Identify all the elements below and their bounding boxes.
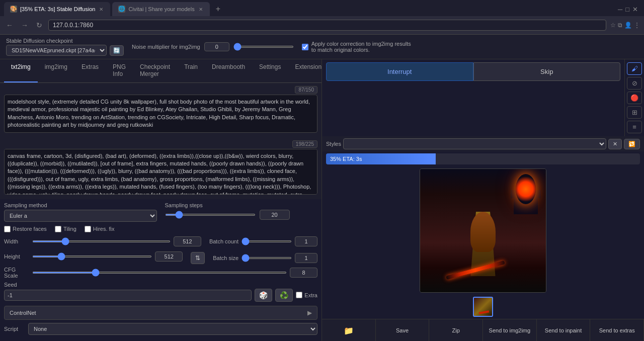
grid-mode-button[interactable]: ⊞ bbox=[627, 106, 642, 119]
tab-label-civitai: Civitai | Share your models bbox=[128, 6, 194, 12]
sampling-method-select[interactable]: Euler a bbox=[4, 210, 157, 222]
seed-random-button[interactable]: 🎲 bbox=[255, 289, 272, 302]
seed-input[interactable] bbox=[4, 290, 252, 301]
minimize-button[interactable]: ─ bbox=[618, 6, 622, 13]
sampling-row: Sampling method Euler a Sampling steps bbox=[4, 202, 317, 222]
bottom-bar: 📁 Save Zip Send to img2img Send to inpai… bbox=[322, 319, 644, 341]
sampling-steps-input[interactable] bbox=[260, 210, 290, 220]
tab-dreambooth[interactable]: Dreambooth bbox=[205, 59, 252, 82]
noise-input[interactable] bbox=[204, 42, 229, 51]
tab-extensions[interactable]: Extensions bbox=[288, 59, 322, 82]
sampling-method-group: Sampling method Euler a bbox=[4, 202, 157, 222]
castle-silhouette bbox=[511, 174, 541, 214]
script-select[interactable]: None bbox=[28, 323, 317, 335]
checkpoint-select[interactable]: SD15NewVAEpruned.ckpt [27a4ac756c] bbox=[6, 45, 107, 56]
open-folder-button[interactable]: 📁 bbox=[322, 319, 376, 341]
height-label: Height bbox=[4, 253, 29, 260]
interrupt-button[interactable]: Interrupt bbox=[326, 62, 473, 81]
save-label: Save bbox=[396, 327, 409, 333]
cfg-slider[interactable] bbox=[32, 272, 287, 274]
tab-civitai[interactable]: 🌐 Civitai | Share your models ✕ bbox=[112, 2, 209, 16]
sampling-steps-slider-row bbox=[165, 210, 318, 220]
close-button[interactable]: ✕ bbox=[632, 6, 638, 13]
batch-size-slider[interactable] bbox=[242, 257, 292, 259]
new-tab-button[interactable]: + bbox=[212, 4, 224, 15]
send-to-extras-button[interactable]: Send to extras bbox=[590, 319, 644, 341]
zip-button[interactable]: Zip bbox=[429, 319, 483, 341]
profile-icon[interactable]: 👤 bbox=[624, 22, 632, 29]
menu-icon[interactable]: ⋮ bbox=[634, 22, 640, 29]
progress-text: 35% ETA: 3s bbox=[330, 156, 362, 162]
layers-button[interactable]: ≡ bbox=[627, 121, 642, 133]
color-correction-label: Apply color correction to img2img result… bbox=[311, 41, 412, 53]
width-input[interactable] bbox=[174, 236, 201, 246]
tab-checkpoint-merger[interactable]: Checkpoint Merger bbox=[133, 59, 177, 82]
eraser-mode-button[interactable]: ⊘ bbox=[627, 77, 642, 90]
width-slider[interactable] bbox=[32, 240, 171, 242]
tab-close-sd[interactable]: ✕ bbox=[98, 7, 104, 12]
left-panel: txt2img img2img Extras PNG Info Checkpoi… bbox=[0, 59, 322, 341]
positive-prompt-textarea[interactable]: modelshoot style, (extremely detailed CG… bbox=[4, 95, 317, 133]
maximize-button[interactable]: □ bbox=[625, 6, 629, 13]
refresh-checkpoint-button[interactable]: 🔄 bbox=[110, 45, 124, 56]
sampling-steps-slider[interactable] bbox=[165, 214, 256, 216]
seed-recycle-button[interactable]: ♻️ bbox=[275, 289, 293, 302]
tab-png-info[interactable]: PNG Info bbox=[106, 59, 133, 82]
tab-favicon-sd: 🎨 bbox=[10, 6, 17, 13]
send-to-img2img-button[interactable]: Send to img2img bbox=[483, 319, 537, 341]
extensions-icon[interactable]: ⧉ bbox=[618, 22, 622, 29]
styles-row: Styles ✕ 🔁 bbox=[322, 136, 644, 151]
height-row: Height bbox=[4, 251, 183, 262]
send-to-inpaint-button[interactable]: Send to inpaint bbox=[537, 319, 591, 341]
reload-button[interactable]: ↻ bbox=[34, 20, 44, 30]
save-button[interactable]: Save bbox=[376, 319, 430, 341]
tab-settings[interactable]: Settings bbox=[252, 59, 288, 82]
right-side-buttons: 🖌 ⊘ 🔴 ⊞ ≡ bbox=[624, 59, 644, 136]
batch-size-input[interactable] bbox=[295, 253, 317, 263]
warrior-figure bbox=[470, 212, 496, 252]
gen-buttons: Interrupt Skip bbox=[326, 62, 620, 81]
send-inpaint-label: Send to inpaint bbox=[545, 327, 582, 333]
tab-img2img[interactable]: img2img bbox=[38, 59, 74, 82]
progress-bar: 35% ETA: 3s bbox=[326, 153, 640, 164]
noise-slider[interactable] bbox=[233, 46, 294, 48]
height-input[interactable] bbox=[155, 251, 183, 262]
batch-count-input[interactable] bbox=[295, 236, 317, 246]
apply-style-button[interactable]: ✕ bbox=[608, 139, 622, 149]
negative-prompt-textarea[interactable]: canvas frame, cartoon, 3d, (disfigured),… bbox=[4, 149, 317, 195]
main-layout: txt2img img2img Extras PNG Info Checkpoi… bbox=[0, 59, 644, 341]
tiling-checkbox[interactable]: Tiling bbox=[55, 226, 76, 232]
tab-extras[interactable]: Extras bbox=[74, 59, 106, 82]
skip-button[interactable]: Skip bbox=[473, 62, 621, 81]
tab-close-civitai[interactable]: ✕ bbox=[198, 7, 204, 12]
save-style-button[interactable]: 🔁 bbox=[624, 139, 640, 149]
progress-section: 35% ETA: 3s bbox=[322, 151, 644, 166]
tab-train[interactable]: Train bbox=[177, 59, 205, 82]
controlnet-section[interactable]: ControlNet ▶ bbox=[4, 306, 317, 320]
width-row: Width bbox=[4, 236, 201, 246]
cfg-input[interactable] bbox=[290, 268, 317, 278]
paint-mode-button[interactable]: 🖌 bbox=[627, 62, 642, 75]
restore-faces-checkbox[interactable]: Restore faces bbox=[4, 226, 47, 232]
color-correction-checkbox[interactable] bbox=[302, 44, 308, 50]
batch-count-group: Batch count bbox=[209, 236, 317, 249]
seed-extra-checkbox[interactable]: Extra bbox=[296, 292, 317, 298]
thumbnail-1[interactable] bbox=[473, 297, 493, 317]
hires-fix-checkbox[interactable]: Hires. fix bbox=[85, 226, 115, 232]
batch-count-slider[interactable] bbox=[242, 240, 292, 242]
checkboxes-row: Restore faces Tiling Hires. fix bbox=[4, 226, 317, 232]
bookmark-icon[interactable]: ☆ bbox=[610, 22, 616, 29]
swap-dimensions-button[interactable]: ⇅ bbox=[191, 252, 205, 264]
back-button[interactable]: ← bbox=[4, 20, 15, 30]
forward-button[interactable]: → bbox=[19, 20, 30, 30]
sampling-steps-label: Sampling steps bbox=[165, 202, 318, 208]
styles-select[interactable] bbox=[343, 138, 606, 149]
url-input[interactable] bbox=[48, 20, 606, 31]
tab-txt2img[interactable]: txt2img bbox=[4, 59, 38, 82]
send-img2img-label: Send to img2img bbox=[489, 327, 531, 333]
tab-stable-diffusion[interactable]: 🎨 [35% ETA: 3s] Stable Diffusion ✕ bbox=[4, 2, 110, 16]
address-bar: ← → ↻ ☆ ⧉ 👤 ⋮ bbox=[0, 16, 644, 34]
height-slider[interactable] bbox=[32, 255, 152, 258]
app-container: Stable Diffusion checkpoint SD15NewVAEpr… bbox=[0, 35, 644, 341]
color-pick-button[interactable]: 🔴 bbox=[627, 92, 642, 104]
